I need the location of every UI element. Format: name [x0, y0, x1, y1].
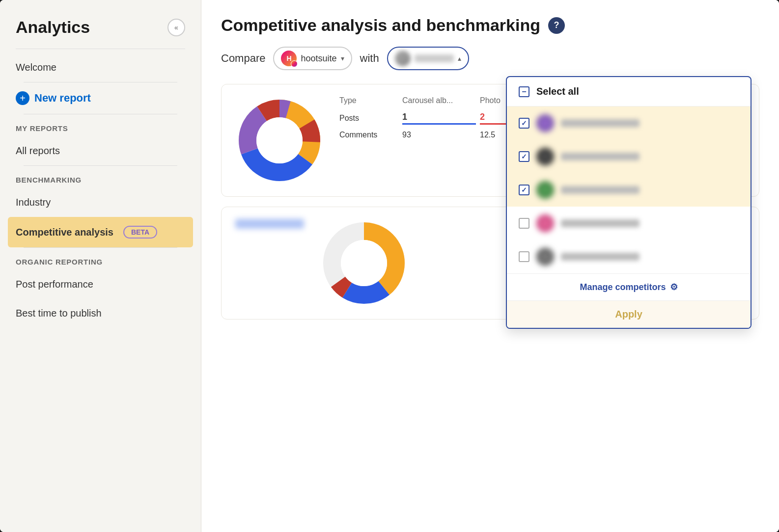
section-label-my-reports: MY REPORTS: [8, 114, 193, 136]
competitor-avatar-3: [536, 181, 554, 199]
competitor-avatar-2: [536, 148, 554, 165]
dropdown-item-5[interactable]: [507, 240, 751, 273]
section-label-benchmarking: BENCHMARKING: [8, 166, 193, 188]
competitor-avatar: [395, 51, 411, 66]
checkbox-2[interactable]: ✓: [519, 151, 529, 162]
competitor-name-4: [561, 219, 640, 227]
sidebar-item-post-performance[interactable]: Post performance: [8, 270, 193, 299]
competitor-avatar-5: [536, 248, 554, 266]
chart-2-title-blurred: [235, 219, 304, 229]
select-all-checkbox[interactable]: −: [519, 86, 529, 97]
compare-row: Compare H hootsuite ▾ with ▴ −: [221, 47, 759, 70]
competitor-avatar-1: [536, 114, 554, 132]
apply-button[interactable]: Apply: [507, 301, 751, 328]
svg-point-5: [256, 117, 303, 163]
checkbox-1[interactable]: ✓: [519, 118, 529, 129]
sidebar-title: Analytics: [16, 18, 90, 37]
main-title-row: Competitive analysis and benchmarking ?: [221, 16, 759, 35]
col-type: Type: [339, 96, 398, 105]
row-comments-label: Comments: [339, 131, 398, 139]
checkbox-3[interactable]: ✓: [519, 185, 529, 195]
checkbox-4[interactable]: [519, 218, 529, 229]
new-report-plus-icon: +: [16, 91, 29, 105]
sidebar-item-welcome[interactable]: Welcome: [8, 53, 193, 82]
donut-chart-2: [320, 219, 408, 307]
sidebar-item-new-report[interactable]: + New report: [8, 82, 193, 114]
help-icon[interactable]: ?: [548, 17, 565, 34]
beta-badge: BETA: [123, 226, 157, 239]
competitor-name: [415, 54, 454, 62]
checkbox-5[interactable]: [519, 251, 529, 262]
page-title: Competitive analysis and benchmarking: [221, 16, 540, 35]
sidebar-nav: Welcome + New report MY REPORTS All repo…: [0, 49, 201, 532]
sidebar-item-all-reports[interactable]: All reports: [8, 136, 193, 165]
dropdown-item-2[interactable]: ✓: [507, 140, 751, 173]
row-posts-label: Posts: [339, 114, 398, 123]
sidebar-collapse-button[interactable]: «: [167, 19, 185, 36]
sidebar-item-competitive-analysis[interactable]: Competitive analysis BETA: [8, 217, 193, 247]
dropdown-item-4[interactable]: [507, 207, 751, 240]
sidebar: Analytics « Welcome + New report MY REPO…: [0, 0, 201, 532]
sidebar-header: Analytics «: [0, 0, 201, 49]
sidebar-item-best-time[interactable]: Best time to publish: [8, 299, 193, 328]
compare-label: Compare: [221, 52, 265, 65]
select-all-label: Select all: [536, 86, 579, 97]
select-all-row[interactable]: − Select all: [507, 77, 751, 106]
chevron-down-icon: ▾: [341, 54, 344, 62]
competitors-dropdown: − Select all ✓ ✓ ✓: [506, 76, 751, 329]
gear-icon: ⚙: [670, 282, 678, 293]
account-avatar: H: [281, 51, 297, 66]
with-label: with: [360, 52, 379, 65]
donut-chart-1: [235, 96, 324, 185]
competitor-name-5: [561, 253, 640, 261]
competitor-name-3: [561, 186, 640, 194]
dropdown-item-1[interactable]: ✓: [507, 106, 751, 140]
section-label-organic-reporting: ORGANIC REPORTING: [8, 248, 193, 270]
account-name: hootsuite: [301, 53, 336, 64]
dropdown-item-3[interactable]: ✓: [507, 173, 751, 207]
competitor-avatar-4: [536, 214, 554, 232]
with-selector[interactable]: ▴: [387, 47, 469, 70]
svg-point-10: [341, 240, 387, 286]
collapse-icon: «: [174, 24, 178, 31]
manage-competitors-label: Manage competitors: [580, 282, 666, 293]
dropdown-footer: Manage competitors ⚙ Apply: [507, 273, 751, 328]
instagram-badge: [291, 60, 298, 67]
account-selector[interactable]: H hootsuite ▾: [273, 47, 352, 70]
col-carousel: Carousel alb...: [402, 96, 476, 105]
chevron-up-icon: ▴: [458, 54, 461, 62]
competitor-name-2: [561, 153, 640, 160]
main-content: Competitive analysis and benchmarking ? …: [201, 0, 779, 532]
competitor-name-1: [561, 119, 640, 127]
row-posts-col1: 1: [402, 112, 476, 125]
manage-competitors-button[interactable]: Manage competitors ⚙: [507, 274, 751, 301]
row-comments-col1: 93: [402, 131, 476, 139]
sidebar-item-industry[interactable]: Industry: [8, 188, 193, 217]
